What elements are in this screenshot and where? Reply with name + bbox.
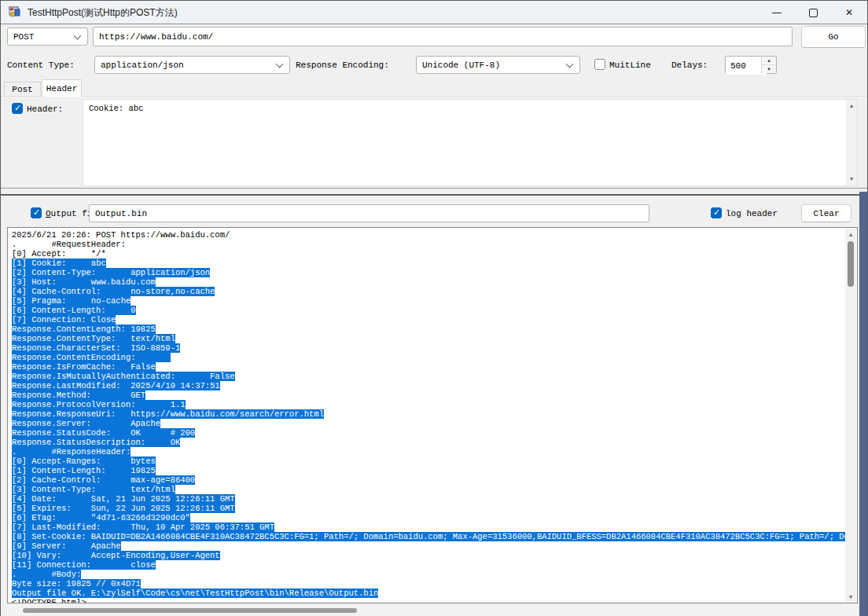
chevron-down-icon <box>74 31 82 39</box>
log-line: Response.StatusCode: OK # 200 <box>12 428 845 438</box>
log-line: [11] Connection: close <box>12 560 845 570</box>
tab-header[interactable]: Header <box>42 79 82 97</box>
content-type-value: application/json <box>101 60 184 70</box>
log-line: Response.LastModified: 2025/4/10 14:37:5… <box>12 381 845 390</box>
log-header-label: log header <box>726 209 778 218</box>
chevron-down-icon <box>276 60 284 68</box>
log-line: <!DOCTYPE html> <box>12 598 845 603</box>
method-select[interactable]: POST <box>7 28 88 46</box>
output-file-checkbox[interactable] <box>31 207 42 218</box>
log-line: [1] Cookie: abc <box>12 258 845 268</box>
maximize-button[interactable] <box>795 1 831 24</box>
log-output[interactable]: 2025/6/21 20:26: POST https://www.baidu.… <box>7 227 858 603</box>
log-line: Response.ResponseUri: https://www.baidu.… <box>12 409 845 419</box>
stepper-down-icon[interactable]: ▼ <box>762 65 776 73</box>
method-value: POST <box>13 32 34 42</box>
minimize-icon: — <box>772 7 782 18</box>
log-line: [2] Cache-Control: max-age=86400 <box>12 475 845 485</box>
delays-label: Delays: <box>671 60 708 70</box>
log-line: [5] Expires: Sun, 22 Jun 2025 12:26:11 G… <box>12 504 845 513</box>
content-type-label: Content Type: <box>7 60 75 70</box>
stepper-buttons: ▲ ▼ <box>761 57 776 73</box>
tab-page-border <box>1 96 867 97</box>
muitline-label: MuitLine <box>609 60 651 70</box>
log-line: [3] Host: www.baidu.com <box>12 277 845 287</box>
chevron-down-icon <box>566 60 574 68</box>
stepper-up-icon[interactable]: ▲ <box>762 57 776 65</box>
log-vertical-scrollbar[interactable]: ▲ ▼ <box>845 229 856 603</box>
log-line: [8] Set-Cookie: BAIDUID=DB2A1466084CBE4F… <box>12 532 845 541</box>
response-encoding-value: Unicode (UTF-8) <box>422 60 500 70</box>
title-bar: TestHttpPost(测试Http的POST方法) — ✕ <box>1 1 867 24</box>
log-line: Byte size: 19825 // 0x4D71 <box>12 579 845 588</box>
url-input[interactable] <box>93 27 793 46</box>
content-type-select[interactable]: application/json <box>94 56 290 74</box>
scroll-up-icon[interactable]: ▲ <box>845 230 856 240</box>
log-line: [0] Accept: */* <box>12 249 845 258</box>
output-file-input[interactable] <box>89 204 649 222</box>
log-line: [3] Content-Type: text/html <box>12 485 845 494</box>
log-text: 2025/6/21 20:26: POST https://www.baidu.… <box>12 230 845 603</box>
header-vertical-scrollbar[interactable]: ▲ ▼ <box>846 100 857 185</box>
background-window-strip <box>859 192 867 616</box>
log-horizontal-scrollbar[interactable] <box>7 605 858 616</box>
log-line: . #ResponseHeader: <box>12 447 845 456</box>
scroll-up-icon[interactable]: ▲ <box>846 101 857 111</box>
log-line: [6] Content-Length: 0 <box>12 306 845 315</box>
log-line: [2] Content-Type: application/json <box>12 268 845 277</box>
log-line: . #Body: <box>12 570 845 579</box>
log-line: Response.ContentType: text/html <box>12 334 845 343</box>
log-line: [7] Last-Modified: Thu, 10 Apr 2025 06:3… <box>12 522 845 532</box>
log-line: [1] Content-Length: 19825 <box>12 466 845 475</box>
minimize-button[interactable]: — <box>759 1 795 24</box>
log-line: Response.IsMutuallyAuthenticated: False <box>12 372 845 381</box>
header-textarea[interactable]: Cookie: abc ▲ ▼ <box>83 99 858 186</box>
response-encoding-label: Response Encoding: <box>296 60 389 70</box>
window-title: TestHttpPost(测试Http的POST方法) <box>28 6 178 20</box>
log-line: Response.IsFromCache: False <box>12 362 845 372</box>
log-line: Response.ContentEncoding: <box>12 353 845 362</box>
log-line: [10] Vary: Accept-Encoding,User-Agent <box>12 551 845 560</box>
log-line: [0] Accept-Ranges: bytes <box>12 456 845 466</box>
go-button[interactable]: Go <box>801 26 866 48</box>
close-button[interactable]: ✕ <box>831 1 867 24</box>
log-line: [7] Connection: Close <box>12 315 845 324</box>
log-line: Response.StatusDescription: OK <box>12 438 845 447</box>
clear-button[interactable]: Clear <box>801 204 851 222</box>
log-line: Response.ContentLength: 19825 <box>12 324 845 334</box>
header-checkbox-label: Header: <box>27 104 63 114</box>
log-line: [6] ETag: "4d71-63266d3290dc0" <box>12 513 845 522</box>
log-line: Response.Server: Apache <box>12 419 845 428</box>
maximize-icon <box>809 9 818 17</box>
scroll-down-icon[interactable]: ▼ <box>845 592 856 602</box>
log-line: Output file OK. E:\zylSelf\Code\cs\net\T… <box>12 588 845 598</box>
log-line: Response.Method: GET <box>12 390 845 400</box>
log-line: Response.ProtocolVersion: 1.1 <box>12 400 845 409</box>
log-line: [4] Cache-Control: no-store,no-cache <box>12 287 845 296</box>
panel-divider <box>1 188 867 189</box>
log-line: Response.CharacterSet: ISO-8859-1 <box>12 343 845 353</box>
response-encoding-select[interactable]: Unicode (UTF-8) <box>416 56 580 74</box>
muitline-checkbox[interactable] <box>594 59 605 70</box>
log-header-checkbox[interactable] <box>711 207 722 218</box>
header-text: Cookie: abc <box>89 104 143 113</box>
scrollbar-thumb[interactable] <box>23 608 357 613</box>
log-line: 2025/6/21 20:26: POST https://www.baidu.… <box>12 230 845 240</box>
log-line: [9] Server: Apache <box>12 541 845 551</box>
delays-stepper[interactable]: ▲ ▼ <box>725 56 777 74</box>
header-checkbox[interactable] <box>12 103 23 114</box>
scroll-down-icon[interactable]: ▼ <box>846 174 857 184</box>
log-line: . #RequestHeader: <box>12 240 845 249</box>
scrollbar-thumb[interactable] <box>848 241 854 287</box>
app-window: TestHttpPost(测试Http的POST方法) — ✕ POST Go … <box>0 0 868 616</box>
log-line: [4] Date: Sat, 21 Jun 2025 12:26:11 GMT <box>12 494 845 504</box>
tab-post[interactable]: Post <box>4 82 41 97</box>
log-line: [5] Pragma: no-cache <box>12 296 845 306</box>
app-icon <box>9 6 21 19</box>
close-icon: ✕ <box>845 7 853 18</box>
